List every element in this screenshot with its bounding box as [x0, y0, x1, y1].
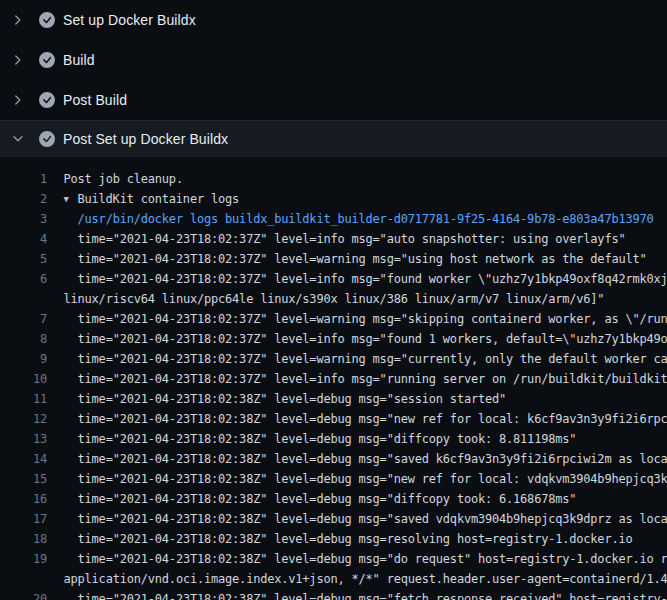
check-circle-icon [39, 92, 55, 108]
log-line-number[interactable]: 7 [0, 309, 47, 329]
log-line-text: time="2021-04-23T18:02:38Z" level=debug … [64, 449, 667, 469]
log-line-number [0, 289, 47, 309]
log-line: 16 time="2021-04-23T18:02:38Z" level=deb… [0, 489, 667, 509]
step-build[interactable]: Build [0, 40, 667, 80]
log-line-number[interactable]: 17 [0, 509, 47, 529]
log-line-text: time="2021-04-23T18:02:37Z" level=info m… [64, 369, 667, 389]
log-line-number[interactable]: 12 [0, 409, 47, 429]
log-line-text: application/vnd.oci.image.index.v1+json,… [64, 569, 667, 589]
log-line-number[interactable]: 13 [0, 429, 47, 449]
log-line-number[interactable]: 4 [0, 229, 47, 249]
log-line-text: time="2021-04-23T18:02:37Z" level=info m… [64, 329, 667, 349]
log-line: 20 time="2021-04-23T18:02:38Z" level=deb… [0, 589, 667, 600]
chevron-right-icon [10, 92, 26, 108]
log-line-text: time="2021-04-23T18:02:37Z" level=warnin… [64, 309, 667, 329]
log-line-text: time="2021-04-23T18:02:38Z" level=debug … [64, 489, 577, 509]
log-viewer: 1 Post job cleanup. 2 ▼BuildKit containe… [0, 157, 667, 600]
log-line-text: linux/riscv64 linux/ppc64le linux/s390x … [64, 289, 605, 309]
log-line: 5 time="2021-04-23T18:02:37Z" level=warn… [0, 249, 667, 269]
log-line-text: time="2021-04-23T18:02:38Z" level=debug … [64, 429, 577, 449]
log-line-number[interactable]: 6 [0, 269, 47, 289]
check-circle-icon [39, 131, 55, 147]
chevron-right-icon [10, 12, 26, 28]
log-line-text: Post job cleanup. [64, 169, 183, 189]
triangle-down-icon: ▼ [64, 189, 78, 209]
log-line-number[interactable]: 11 [0, 389, 47, 409]
log-line-number[interactable]: 3 [0, 209, 47, 229]
step-title: Post Set up Docker Buildx [63, 131, 228, 147]
log-line: 10 time="2021-04-23T18:02:37Z" level=inf… [0, 369, 667, 389]
step-title: Set up Docker Buildx [63, 12, 196, 28]
step-post-set-up-docker-buildx[interactable]: Post Set up Docker Buildx [0, 120, 667, 157]
chevron-right-icon [10, 52, 26, 68]
log-line-number[interactable]: 15 [0, 469, 47, 489]
log-line: 13 time="2021-04-23T18:02:38Z" level=deb… [0, 429, 667, 449]
log-line-text: time="2021-04-23T18:02:38Z" level=debug … [64, 469, 667, 489]
log-line: 1 Post job cleanup. [0, 169, 667, 189]
log-line: 4 time="2021-04-23T18:02:37Z" level=info… [0, 229, 667, 249]
log-line-number[interactable]: 14 [0, 449, 47, 469]
log-line-number[interactable]: 1 [0, 169, 47, 189]
log-line-number[interactable]: 10 [0, 369, 47, 389]
step-post-build[interactable]: Post Build [0, 80, 667, 120]
log-line: 19 time="2021-04-23T18:02:38Z" level=deb… [0, 549, 667, 569]
log-line-text: time="2021-04-23T18:02:38Z" level=debug … [64, 409, 667, 429]
log-line-number[interactable]: 5 [0, 249, 47, 269]
log-line[interactable]: 2 ▼BuildKit container logs [0, 189, 667, 209]
log-line: 6 time="2021-04-23T18:02:37Z" level=info… [0, 269, 667, 289]
log-line-text: time="2021-04-23T18:02:38Z" level=debug … [64, 549, 667, 569]
log-line-text: time="2021-04-23T18:02:38Z" level=debug … [64, 509, 667, 529]
log-line: 9 time="2021-04-23T18:02:37Z" level=warn… [0, 349, 667, 369]
log-line: 15 time="2021-04-23T18:02:38Z" level=deb… [0, 469, 667, 489]
step-title: Post Build [63, 92, 127, 108]
log-line-number [0, 569, 47, 589]
log-line-number[interactable]: 2 [0, 189, 47, 209]
step-title: Build [63, 52, 95, 68]
log-line-text: time="2021-04-23T18:02:37Z" level=warnin… [64, 349, 667, 369]
log-line-number[interactable]: 16 [0, 489, 47, 509]
log-line: 18 time="2021-04-23T18:02:38Z" level=deb… [0, 529, 667, 549]
log-line-text: time="2021-04-23T18:02:37Z" level=info m… [64, 229, 626, 249]
log-line: 17 time="2021-04-23T18:02:38Z" level=deb… [0, 509, 667, 529]
log-line-number[interactable]: 19 [0, 549, 47, 569]
log-line: 12 time="2021-04-23T18:02:38Z" level=deb… [0, 409, 667, 429]
log-line: 11 time="2021-04-23T18:02:38Z" level=deb… [0, 389, 667, 409]
check-circle-icon [39, 52, 55, 68]
log-line-text: time="2021-04-23T18:02:37Z" level=warnin… [64, 249, 647, 269]
log-line: 7 time="2021-04-23T18:02:37Z" level=warn… [0, 309, 667, 329]
chevron-down-icon [10, 131, 26, 147]
log-line: 3 /usr/bin/docker logs buildx_buildkit_b… [0, 209, 667, 229]
log-line-number[interactable]: 20 [0, 589, 47, 600]
step-set-up-docker-buildx[interactable]: Set up Docker Buildx [0, 0, 667, 40]
log-line-number[interactable]: 8 [0, 329, 47, 349]
log-line-text: time="2021-04-23T18:02:38Z" level=debug … [64, 589, 667, 600]
log-line-text: ▼BuildKit container logs [64, 189, 240, 209]
log-line: linux/riscv64 linux/ppc64le linux/s390x … [0, 289, 667, 309]
log-line-number[interactable]: 9 [0, 349, 47, 369]
log-line-number[interactable]: 18 [0, 529, 47, 549]
log-line: 8 time="2021-04-23T18:02:37Z" level=info… [0, 329, 667, 349]
steps-list: Set up Docker Buildx Build Post Build Po… [0, 0, 667, 157]
check-circle-icon [39, 12, 55, 28]
log-line-text: time="2021-04-23T18:02:38Z" level=debug … [64, 389, 507, 409]
log-line-text: /usr/bin/docker logs buildx_buildkit_bui… [64, 209, 654, 229]
log-line-text: time="2021-04-23T18:02:37Z" level=info m… [64, 269, 667, 289]
log-line-text: time="2021-04-23T18:02:38Z" level=debug … [64, 529, 633, 549]
log-line: 14 time="2021-04-23T18:02:38Z" level=deb… [0, 449, 667, 469]
log-line: application/vnd.oci.image.index.v1+json,… [0, 569, 667, 589]
